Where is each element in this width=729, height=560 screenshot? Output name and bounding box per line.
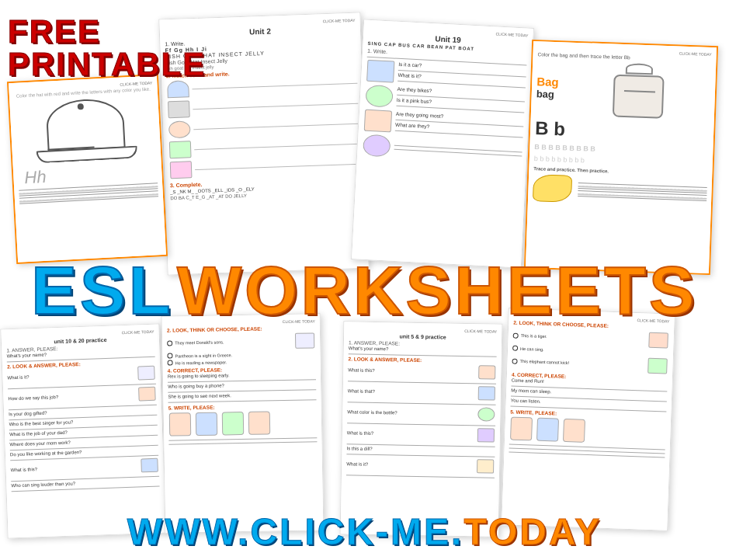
ws-line-4 (194, 143, 359, 149)
ws-b2-item3: He is reading a newspaper. (168, 357, 316, 365)
ws-line-1 (192, 82, 357, 89)
ws-b1-q4-text: How do we say this job? (8, 395, 58, 401)
ws-unit19-lines-bottom (394, 142, 522, 158)
ws-animal-img (168, 100, 190, 118)
ws-bag-words: Bag bag (536, 75, 559, 100)
free-printable-label: FREE PRINTABLE (8, 16, 206, 81)
ws-b3-row4: What is this? (347, 425, 495, 443)
ws-bag-trace-b1: B B B B B B B B B (534, 143, 595, 153)
ws-b4-text3: This elephant cannot kick! (519, 359, 569, 365)
ws-b4-cb2 (512, 346, 518, 351)
ws-b4-char2 (536, 418, 559, 442)
url-part1: WWW.CLICK-ME. (127, 511, 464, 552)
bag-illustration (612, 63, 664, 119)
worksheet-bag: CLICK-ME TODAY Color the bag and then tr… (524, 40, 718, 275)
ws-b2-correct3: She is going to see next week. (168, 391, 316, 398)
bag-pocket-line (624, 90, 655, 92)
ws-b4-item3: This elephant cannot kick! (512, 353, 668, 375)
ws-b3-q7: Is this a dill? (346, 446, 495, 453)
ws-b2-char3 (222, 412, 245, 435)
main-container: FREE PRINTABLE ESL WORKSHEETS CLICK-ME T… (0, 0, 729, 560)
ws-b1-row-q4: How do we say this job? (8, 386, 157, 407)
ws-b2-line5 (168, 441, 317, 444)
ws-b3-img3 (477, 407, 495, 421)
ws-unit19-question-block2: Are they bikes? Is it a pink bus? (396, 86, 525, 115)
ws-b2-cb1 (167, 340, 172, 346)
ws-b2-text1: They meet Donald's sons. (175, 339, 224, 345)
hat-crown (45, 98, 125, 152)
worksheet-unit19: CLICK-ME TODAY Unit 19 SING CAP BUS CAR … (351, 19, 534, 268)
ws-b4-cb1 (513, 332, 519, 338)
ws-b2-text3: He is reading a newspaper. (175, 360, 227, 365)
ws-b4-cb3 (512, 358, 517, 363)
ws-b3-q8: What is it? (346, 461, 368, 466)
ws-b3-img2 (478, 386, 495, 400)
ws-shell-img (168, 120, 191, 138)
hat-illustration (33, 96, 137, 164)
ws-line-5 (195, 163, 360, 169)
free-text: FREE (8, 16, 206, 48)
ws-unit19-question-block: Is it a car? What is it? (397, 61, 526, 90)
ws-b4-char3 (563, 419, 585, 443)
esl-worksheets-title: ESL WORKSHEETS (0, 256, 729, 325)
ws-goat-img (169, 141, 192, 158)
ws-b3-q6: What is this? (347, 430, 373, 436)
esl-text: ESL (31, 252, 173, 329)
ws-b3-row1: What is this? (348, 362, 496, 380)
ws-b4-char1 (510, 417, 533, 441)
ws-b2-char4 (248, 411, 271, 434)
worksheet-bottom2: CLICK-ME TODAY 2. LOOK, THINK OR CHOOSE,… (161, 313, 325, 534)
ws-bag-trace-lines (578, 181, 707, 203)
ws-b4-img1 (648, 332, 668, 349)
ws-bus-img (364, 110, 392, 133)
banana-shape (533, 174, 572, 203)
ws-b3-row2: What is that? (348, 383, 496, 401)
ws-line-2 (193, 103, 358, 109)
bag-handle (625, 63, 652, 75)
ws-b4-img2 (647, 358, 668, 374)
ws-b4-text1: This is a tiger. (521, 333, 547, 339)
ws-bag-word1: Bag (536, 75, 559, 89)
ws-b2-images-section (168, 409, 318, 437)
ws-unit19-line7 (394, 145, 522, 153)
ws-b1-row-q10: What is this? (10, 457, 159, 478)
ws-b2-char2 (196, 412, 218, 436)
ws-bag-word2: bag (536, 88, 559, 100)
ws-b3-line7 (346, 475, 495, 478)
url-bar: WWW.CLICK-ME.TODAY (0, 513, 729, 551)
worksheet-bottom3: CLICK-ME TODAY unit 5 & 9 practice 1. AN… (340, 321, 503, 537)
ws-b1-img1 (137, 366, 155, 381)
ws-b1-img3 (141, 458, 158, 473)
ws-b3-img4 (477, 428, 495, 442)
worksheet-hat: CLICK-ME TODAY Color the hat with red an… (7, 74, 168, 264)
ws-bike-img (365, 85, 393, 108)
ws-bag-banana-row (533, 174, 707, 207)
ws-car-img (366, 60, 394, 83)
ws-b2-img1 (295, 332, 314, 348)
ws-b2-char1 (169, 412, 192, 436)
ws-b1-img2 (138, 387, 156, 402)
ws-bag-bb-letters: B b (535, 117, 710, 145)
ws-line-3 (193, 123, 359, 129)
ws-b2-text2: Pantheon is a sight in Greece. (175, 353, 232, 358)
ws-b3-row5: What is it? (346, 456, 495, 474)
ws-bag-words-row: Bag bag (536, 60, 711, 120)
bag-body (612, 75, 664, 119)
worksheet-bottom1: CLICK-ME TODAY unit 10 & 20 practice 1. … (0, 324, 166, 539)
ws-vehicle-img (363, 134, 391, 158)
ws-b2-line4 (168, 437, 317, 440)
ws-b1-q10-text: What is this? (11, 467, 38, 472)
ws-b3-img1 (478, 365, 495, 379)
ws-bag-trace-b2: b b b b b b b b b (534, 155, 585, 164)
ws-b2-cb3 (168, 360, 173, 366)
printable-text: PRINTABLE (8, 48, 206, 81)
ws-b4-images-section (509, 416, 666, 446)
ws-b2-correct2: Who is going buy a phone? (168, 381, 316, 388)
ws-b3-img5 (477, 459, 494, 473)
worksheet-bottom4: CLICK-ME TODAY 2. LOOK, THINK OR CHOOSE,… (501, 308, 675, 530)
hat-button (77, 103, 83, 110)
ws-b3-q3: What is this? (348, 367, 374, 373)
ws-b3-q4: What is that? (348, 388, 375, 394)
worksheets-text: WORKSHEETS (177, 252, 698, 329)
ws-b3-row3: What color is the bottle? (347, 404, 495, 422)
